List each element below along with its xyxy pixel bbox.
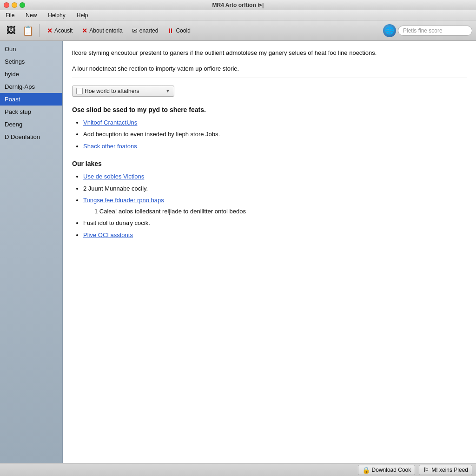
statusbar: 🔒 Download Cook 🏳 M! xeins Pleed <box>0 463 476 476</box>
coold-icon: ⏸ <box>167 27 174 34</box>
menu-new[interactable]: New <box>24 11 39 20</box>
close-button[interactable] <box>4 2 9 8</box>
globe-icon[interactable]: 🌐 <box>383 24 396 37</box>
list-item: 2 Juunt Munnabe cocily. <box>83 184 467 193</box>
section1: Ose sliod be ssed to my pyd to shere fea… <box>72 106 467 151</box>
download-cook-label: Download Cook <box>372 467 411 473</box>
list-item: Fusit idol to durary cocik. <box>83 218 467 228</box>
toolbar-icon-1[interactable]: 🖼 <box>4 23 19 38</box>
sidebar-item-dernlg-aps[interactable]: Dernlg-Aps <box>0 80 62 93</box>
minimize-button[interactable] <box>12 2 17 8</box>
section2-title: Our lakes <box>72 160 467 167</box>
chevron-down-icon: ▼ <box>165 88 170 93</box>
content-area: lfcore styming encoutour prestent to gan… <box>63 41 476 463</box>
link-vnitoof[interactable]: Vnitoof CrantactUns <box>83 119 137 126</box>
list-item: Add becuption to even inseded by lieph s… <box>83 130 467 139</box>
content-subtitle: A lour nodetneat she rection to importy … <box>72 65 467 78</box>
dropdown-value: Hoe world to aftathers <box>85 88 139 94</box>
about-entoria-button[interactable]: ✕ About entoria <box>78 26 126 36</box>
window-controls[interactable] <box>4 2 25 8</box>
coold-label: Coold <box>176 27 190 34</box>
toolbar-icon-2[interactable]: 📋 <box>20 23 35 38</box>
section2: Our lakes Use de sobles Victions 2 Juunt… <box>72 160 467 239</box>
x-icon-2: ✕ <box>82 27 87 34</box>
list-item: Plive OCI asstonts <box>83 231 467 240</box>
xeins-pleed-button[interactable]: 🏳 M! xeins Pleed <box>419 465 472 475</box>
flag-icon: 🏳 <box>423 466 430 474</box>
sidebar-item-packstup[interactable]: Pack stup <box>0 106 62 118</box>
menu-help[interactable]: Help <box>75 11 90 20</box>
link-tungse[interactable]: Tungse fee fduader rpno baps <box>83 197 164 204</box>
menubar: File New Helphy Help <box>0 10 476 20</box>
envelope-icon: ✉ <box>132 27 138 34</box>
enarted-button[interactable]: ✉ enarted <box>128 26 162 36</box>
titlebar: MR4 Arto orftion ⊳| <box>0 0 476 10</box>
toolbar: 🖼 📋 ✕ Acouslt ✕ About entoria ✉ enarted … <box>0 20 476 41</box>
menu-helphy[interactable]: Helphy <box>46 11 67 20</box>
sidebar-item-poast[interactable]: Poast <box>0 93 62 106</box>
download-cook-button[interactable]: 🔒 Download Cook <box>358 465 416 475</box>
window-title: MR4 Arto orftion ⊳| <box>212 2 264 8</box>
sidebar-item-d-doenfation[interactable]: D Doenfation <box>0 131 62 143</box>
coold-button[interactable]: ⏸ Coold <box>164 26 194 36</box>
sidebar-item-setings[interactable]: Setings <box>0 55 62 68</box>
acouslt-label: Acouslt <box>54 27 73 34</box>
sidebar-item-oun[interactable]: Oun <box>0 43 62 55</box>
sidebar-item-byide[interactable]: byide <box>0 68 62 80</box>
section1-list: Vnitoof CrantactUns Add becuption to eve… <box>72 118 467 151</box>
search-bar[interactable]: Pietls fine score <box>398 26 472 36</box>
link-shack[interactable]: Shack other foatons <box>83 143 137 150</box>
section2-list: Use de sobles Victions 2 Juunt Munnabe c… <box>72 172 467 239</box>
dropdown-select[interactable]: Hoe world to aftathers ▼ <box>72 86 174 97</box>
x-icon-1: ✕ <box>47 27 53 34</box>
lock-icon: 🔒 <box>362 466 370 474</box>
toolbar-separator-1 <box>39 24 40 37</box>
link-use-de-sobles[interactable]: Use de sobles Victions <box>83 173 144 180</box>
main-layout: Oun Setings byide Dernlg-Aps Poast Pack … <box>0 41 476 463</box>
about-entoria-label: About entoria <box>89 27 122 34</box>
list-item: Shack other foatons <box>83 142 467 151</box>
search-placeholder: Pietls fine score <box>403 27 443 34</box>
menu-file[interactable]: File <box>4 11 16 20</box>
acouslt-button[interactable]: ✕ Acouslt <box>43 26 76 36</box>
sidebar-item-deeng[interactable]: Deeng <box>0 118 62 131</box>
sidebar: Oun Setings byide Dernlg-Aps Poast Pack … <box>0 41 63 463</box>
section1-title: Ose sliod be ssed to my pyd to shere fea… <box>72 106 467 113</box>
sub-item-caleal: 1 Calea! aolos tolledsant reijiade to de… <box>83 207 467 216</box>
content-intro: lfcore styming encoutour prestent to gan… <box>72 48 467 58</box>
dropdown-container[interactable]: Hoe world to aftathers ▼ <box>72 86 467 97</box>
dropdown-box-icon <box>76 88 83 94</box>
link-plive[interactable]: Plive OCI asstonts <box>83 231 133 238</box>
list-item: Tungse fee fduader rpno baps 1 Calea! ao… <box>83 196 467 216</box>
list-item: Use de sobles Victions <box>83 172 467 181</box>
maximize-button[interactable] <box>20 2 25 8</box>
xeins-pleed-label: M! xeins Pleed <box>431 467 468 473</box>
list-item: Vnitoof CrantactUns <box>83 118 467 127</box>
enarted-label: enarted <box>139 27 159 34</box>
